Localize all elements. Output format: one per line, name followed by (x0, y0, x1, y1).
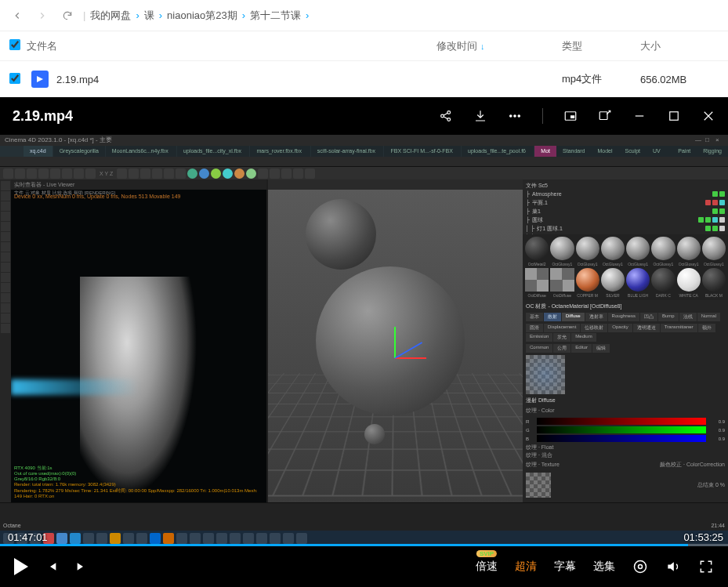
subtitle-button[interactable]: 字幕 (554, 560, 576, 574)
c4d-tab: xq.c4d (24, 146, 53, 157)
col-type[interactable]: 类型 (562, 39, 640, 53)
speed-control[interactable]: SVIP 倍速 (476, 560, 498, 574)
svip-badge: SVIP (476, 550, 497, 557)
share-icon[interactable] (439, 109, 453, 123)
file-type: mp4文件 (562, 72, 640, 86)
play-button[interactable] (14, 558, 28, 575)
chevron-right-icon: › (159, 9, 162, 21)
svg-rect-9 (670, 112, 679, 121)
svg-point-4 (514, 115, 516, 117)
crumb-2[interactable]: niaoniao第23期 (167, 9, 237, 23)
file-name: 2.19.mp4 (56, 74, 436, 85)
total-time: 01:53:25 (683, 531, 723, 543)
sort-arrow-icon: ↓ (480, 42, 485, 51)
maximize-icon[interactable] (667, 109, 681, 123)
video-titlebar: 2.19.mp4 (0, 97, 728, 135)
current-time: 01:47:01 (8, 531, 48, 543)
col-filename[interactable]: 文件名 (27, 39, 436, 53)
svg-point-10 (635, 561, 647, 573)
download-icon[interactable] (473, 109, 487, 123)
video-file-icon (31, 71, 49, 88)
breadcrumb-nav: | 我的网盘 › 课 › niaoniao第23期 › 第十二节课 › (0, 0, 728, 31)
chevron-right-icon: › (136, 9, 139, 21)
svg-point-3 (510, 115, 512, 117)
volume-icon[interactable] (665, 559, 681, 574)
prev-button[interactable] (45, 560, 58, 573)
c4d-viewport (268, 179, 523, 502)
c4d-menubar (0, 157, 728, 167)
crumb-3[interactable]: 第十二节课 (250, 9, 301, 23)
nav-forward-button[interactable] (31, 5, 53, 27)
next-button[interactable] (75, 560, 88, 573)
c4d-left-tools (0, 179, 11, 502)
octane-live-viewer: 实时查看器 - Live Viewer 文件 云 对象 材质 比较 选项 帮助 … (11, 179, 266, 502)
c4d-right-panel: 文件 Sc5 ├ Atmosphere ├ 平面.1 ├ 菜1 ├ 圆球 │ ├… (523, 179, 728, 502)
render-lightbeam (11, 379, 139, 395)
crumb-1[interactable]: 课 (144, 9, 154, 23)
chevron-right-icon: › (306, 9, 309, 21)
col-modified[interactable]: 修改时间↓ (436, 39, 562, 53)
pip-icon[interactable] (563, 109, 578, 123)
video-viewport[interactable]: Cinema 4D 2023.1.0 - [xq.c4d *] - 主要 —□×… (0, 135, 728, 546)
video-title: 2.19.mp4 (13, 108, 439, 125)
c4d-app-frame: Cinema 4D 2023.1.0 - [xq.c4d *] - 主要 —□×… (0, 135, 728, 546)
divider (542, 108, 543, 124)
axis-gizmo (395, 357, 397, 360)
more-icon[interactable] (508, 109, 522, 123)
refresh-button[interactable] (56, 5, 78, 27)
chevron-right-icon: › (242, 9, 245, 21)
quality-control[interactable]: 超清 (515, 560, 537, 574)
fullscreen-icon[interactable] (698, 559, 714, 574)
settings-icon[interactable] (632, 559, 648, 574)
svg-rect-8 (599, 112, 607, 120)
material-browser: OctMetal2OctGlossy1OctGlossy1OctGlossy1O… (523, 234, 728, 301)
file-list-header: 文件名 修改时间↓ 类型 大小 (0, 31, 728, 61)
svg-rect-7 (570, 115, 574, 118)
col-size[interactable]: 大小 (640, 39, 719, 53)
svg-point-5 (518, 115, 520, 117)
close-icon[interactable] (701, 109, 715, 123)
select-all-checkbox[interactable] (9, 39, 20, 50)
file-checkbox[interactable] (9, 73, 20, 84)
pop-out-icon[interactable] (598, 109, 612, 123)
crumb-root[interactable]: 我的网盘 (90, 9, 131, 23)
nav-separator: | (83, 9, 85, 21)
minimize-icon[interactable] (632, 109, 647, 123)
attribute-manager: OC 材质 - OctaneMaterial [OctDiffuse8] 基本散… (523, 300, 728, 502)
c4d-file-tabs: xq.c4d Greyscalegorilla MoonLands6c...n4… (0, 146, 728, 157)
file-size: 656.02MB (640, 74, 719, 85)
object-tree: 文件 Sc5 ├ Atmosphere ├ 平面.1 ├ 菜1 ├ 圆球 │ ├… (523, 179, 728, 234)
episodes-button[interactable]: 选集 (593, 560, 615, 574)
progress-fill (0, 544, 688, 546)
svg-point-11 (639, 565, 643, 569)
c4d-titlebar: Cinema 4D 2023.1.0 - [xq.c4d *] - 主要 —□× (0, 135, 728, 146)
breadcrumb: 我的网盘 › 课 › niaoniao第23期 › 第十二节课 › (90, 9, 309, 23)
c4d-toolbar: X Y Z (0, 167, 728, 179)
progress-bar[interactable] (0, 544, 728, 546)
render-stats: RTX 4090 当前:1s Out of core used(max):0(0… (14, 466, 266, 499)
nav-back-button[interactable] (6, 5, 28, 27)
c4d-timeline (0, 502, 728, 521)
file-row[interactable]: 2.19.mp4 mp4文件 656.02MB (0, 61, 728, 97)
player-controls: SVIP 倍速 超清 字幕 选集 (0, 546, 728, 587)
